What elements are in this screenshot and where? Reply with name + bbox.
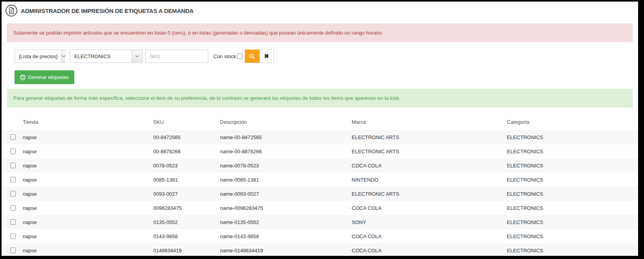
cell-tienda: napse [20,229,150,243]
column-header-descripcion: Descripción [217,114,349,130]
category-selected-value: ELECTRONICS [70,53,132,59]
search-button[interactable] [245,50,260,63]
cell-sku: 00-8472565 [150,130,217,144]
hint-alert: Para generar etiquetas de forma más espe… [7,89,633,107]
cell-descripcion: name-0093-0027 [217,187,349,201]
row-checkbox[interactable] [10,233,16,239]
filter-bar: [Lista de precios] ELECTRONICS Con stock [15,50,638,63]
table-row: napse 0078-0523 name-0078-0523 COCA COLA… [2,158,638,173]
row-checkbox[interactable] [10,163,16,168]
cell-categoria: ELECTRONICS [504,144,638,158]
items-table: Tienda SKU Descripción Marca Categoría n… [2,114,638,256]
cell-sku: 0096283475 [150,201,217,215]
cell-descripcion: name-00-8878266 [217,144,349,158]
chevron-down-icon [61,50,66,62]
row-checkbox[interactable] [10,219,16,225]
cell-marca: SONY [349,215,504,229]
cell-tienda: napse [20,144,150,158]
cell-tienda: napse [20,201,150,215]
magnifier-icon [249,53,255,59]
page: ADMINISTRADOR DE IMPRESIÓN DE ETIQUETAS … [2,2,638,256]
category-select[interactable]: ELECTRONICS [70,50,143,63]
column-header-select [2,114,20,130]
cell-marca: NINTENDO [349,173,504,187]
cell-categoria: ELECTRONICS [504,243,638,256]
cell-marca: COCA COLA [349,229,504,243]
cell-categoria: ELECTRONICS [504,215,638,229]
items-table-body: napse 00-8472565 name-00-8472565 ELECTRO… [2,130,638,256]
table-row: napse 00-8472565 name-00-8472565 ELECTRO… [2,130,638,144]
cell-categoria: ELECTRONICS [504,173,638,187]
con-stock-checkbox[interactable] [237,53,242,59]
cell-sku: 0143-9858 [150,229,217,243]
cell-marca: COCA COLA [349,201,504,215]
column-header-categoria: Categoría [504,114,638,130]
document-icon [6,5,17,17]
cell-categoria: ELECTRONICS [504,229,638,243]
cell-tienda: napse [20,130,150,144]
page-title: ADMINISTRADOR DE IMPRESIÓN DE ETIQUETAS … [21,7,194,14]
cell-marca: COCA COLA [349,243,504,256]
row-checkbox[interactable] [10,205,16,211]
con-stock-label: Con stock [213,53,236,59]
table-row: napse 0135-0552 name-0135-0552 SONY ELEC… [2,215,638,229]
generate-labels-label: Generar etiquetas [28,74,69,80]
table-row: napse 0096283475 name-0096283475 COCA CO… [2,201,638,215]
row-checkbox[interactable] [10,149,16,154]
price-list-select[interactable]: [Lista de precios] [15,50,66,63]
table-row: napse 00-8878266 name-00-8878266 ELECTRO… [2,144,638,158]
cell-tienda: napse [20,173,150,187]
sku-input[interactable] [145,50,208,63]
page-header: ADMINISTRADOR DE IMPRESIÓN DE ETIQUETAS … [2,2,638,19]
cell-descripcion: name-0078-0523 [217,158,349,173]
cell-descripcion: name-00-8472565 [217,130,349,144]
table-row: napse 0093-0027 name-0093-0027 ELECTRONI… [2,187,638,201]
cell-sku: 0135-0552 [150,215,217,229]
table-row: napse 0143-9858 name-0143-9858 COCA COLA… [2,229,638,243]
cell-sku: 0093-0027 [150,187,217,201]
column-header-sku: SKU [150,114,217,130]
cell-sku: 0078-0523 [150,158,217,173]
cell-descripcion: name-0143-9858 [217,229,349,243]
cell-marca: COCA COLA [349,158,504,173]
table-row: napse 0148634419 name-0148634419 COCA CO… [2,243,638,256]
cell-categoria: ELECTRONICS [504,130,638,144]
cell-marca: ELECTRONIC ARTS [349,130,504,144]
chevron-down-icon [132,50,142,62]
cell-sku: 00-8878266 [150,144,217,158]
cell-tienda: napse [20,158,150,173]
row-checkbox[interactable] [10,134,16,140]
cell-descripcion: name-0085-1381 [217,173,349,187]
clear-search-button[interactable]: ✖ [260,50,274,63]
cell-tienda: napse [20,215,150,229]
items-table-header: Tienda SKU Descripción Marca Categoría [2,114,638,130]
table-row: napse 0085-1381 name-0085-1381 NINTENDO … [2,173,638,187]
cell-marca: ELECTRONIC ARTS [349,144,504,158]
cell-sku: 0148634419 [150,243,217,256]
restriction-alert: Solamente se podrán imprimir artículos q… [7,24,633,42]
price-list-selected-value: [Lista de precios] [15,53,61,59]
cell-tienda: napse [20,243,150,256]
printer-icon [20,75,26,80]
cell-tienda: napse [20,187,150,201]
row-checkbox[interactable] [10,177,16,182]
row-checkbox[interactable] [10,248,16,253]
x-icon: ✖ [264,53,269,60]
cell-descripcion: name-0096283475 [217,201,349,215]
cell-descripcion: name-0135-0552 [217,215,349,229]
cell-categoria: ELECTRONICS [504,158,638,173]
cell-categoria: ELECTRONICS [504,201,638,215]
cell-categoria: ELECTRONICS [504,187,638,201]
column-header-marca: Marca [349,114,504,130]
row-checkbox[interactable] [10,191,16,197]
generate-labels-button[interactable]: Generar etiquetas [15,70,74,84]
cell-marca: ELECTRONIC ARTS [349,187,504,201]
column-header-tienda: Tienda [20,114,150,130]
window-frame: ADMINISTRADOR DE IMPRESIÓN DE ETIQUETAS … [0,0,644,259]
cell-sku: 0085-1381 [150,173,217,187]
cell-descripcion: name-0148634419 [217,243,349,256]
